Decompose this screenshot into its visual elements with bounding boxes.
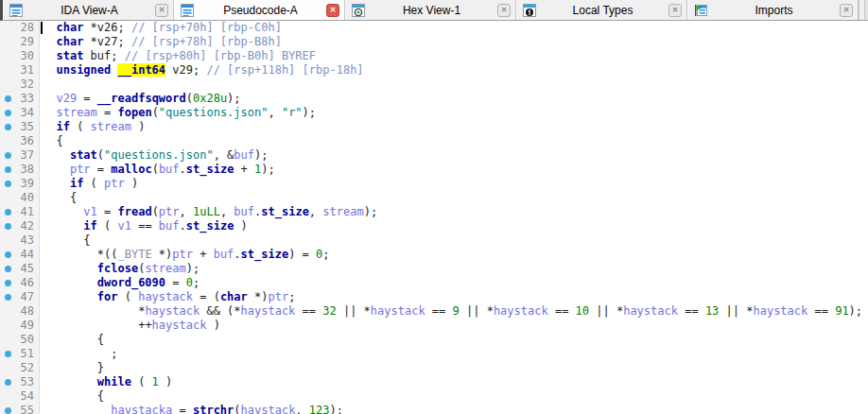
code-line[interactable]: 46 dword_6090 = 0;: [0, 276, 868, 290]
code-text: char *v26; // [rsp+70h] [rbp-C0h]: [40, 21, 282, 35]
token-kw: dword_6090: [97, 276, 165, 289]
line-gutter: 55: [0, 404, 40, 414]
code-line[interactable]: 34 stream = fopen("questions.json", "r")…: [0, 106, 868, 120]
code-line[interactable]: 38 ptr = malloc(buf.st_size + 1);: [0, 163, 868, 177]
code-line[interactable]: 47 for ( haystack = (char *)ptr;: [0, 290, 868, 304]
code-text: }: [40, 361, 104, 375]
line-gutter: 47: [0, 290, 40, 304]
tab-label: Hex View-1: [366, 4, 497, 17]
code-text: v29 = __readfsqword(0x28u);: [40, 92, 241, 106]
address-dot-icon: [5, 124, 11, 130]
token-pl: =: [172, 404, 193, 414]
address-dot-icon: [5, 266, 11, 272]
code-line[interactable]: 40 {: [0, 191, 868, 205]
code-line[interactable]: 45 fclose(stream);: [0, 262, 868, 276]
token-pl: .: [180, 219, 186, 233]
token-var: buf: [159, 163, 180, 176]
address-dot-icon: [5, 181, 11, 187]
line-number: 52: [0, 361, 39, 375]
token-pl: .: [180, 163, 186, 176]
code-text: ptr = malloc(buf.st_size + 1);: [40, 163, 275, 177]
tab-ida-view-a[interactable]: IDA View-A✕: [3, 0, 174, 21]
token-kw: if: [56, 120, 69, 133]
token-var: v29: [56, 92, 77, 105]
code-line[interactable]: 44 *((_BYTE *)ptr + buf.st_size) = 0;: [0, 248, 868, 262]
token-pl: .: [234, 248, 240, 261]
code-line[interactable]: 32: [0, 78, 868, 92]
code-line[interactable]: 43 {: [0, 233, 868, 248]
code-text: *haystack && (*haystack == 32 || *haysta…: [40, 304, 862, 319]
code-line[interactable]: 36 {: [0, 134, 868, 148]
address-dot-icon: [5, 379, 11, 386]
token-pl: && (*: [200, 304, 240, 318]
tab-local-types[interactable]: Local Types✕: [516, 0, 687, 21]
code-text: while ( 1 ): [40, 375, 172, 389]
code-line[interactable]: 42 if ( v1 == buf.st_size ): [0, 219, 868, 233]
code-line[interactable]: 31 unsigned __int64 v29; // [rsp+118h] […: [0, 63, 868, 78]
code-text: {: [40, 134, 63, 148]
code-line[interactable]: 29 char *v27; // [rsp+78h] [rbp-B8h]: [0, 35, 868, 49]
token-kw: if: [83, 219, 96, 233]
token-pl: }: [97, 361, 104, 374]
token-pl: (: [152, 163, 159, 176]
token-pl: =: [77, 92, 97, 105]
token-pl: *v27;: [83, 35, 131, 48]
code-line[interactable]: 53 while ( 1 ): [0, 375, 868, 389]
code-line[interactable]: 39 if ( ptr ): [0, 177, 868, 191]
tab-hex-view-1[interactable]: Hex View-1✕: [345, 0, 516, 21]
token-var: haystack: [371, 304, 425, 318]
code-line[interactable]: 41 v1 = fread(ptr, 1uLL, buf.st_size, st…: [0, 205, 868, 219]
token-pl: ,: [295, 404, 308, 414]
code-line[interactable]: 37 stat("questions.json", &buf);: [0, 148, 868, 163]
code-line[interactable]: 50 {: [0, 333, 868, 347]
code-line[interactable]: 55 haystacka = strchr(haystack, 123);: [0, 404, 868, 414]
code-line[interactable]: 52 }: [0, 361, 868, 375]
close-icon[interactable]: ✕: [497, 4, 511, 17]
token-pl: +: [234, 163, 254, 176]
address-dot-icon: [5, 223, 11, 230]
code-text: if ( stream ): [40, 120, 145, 134]
code-text: {: [40, 389, 104, 404]
token-kw: __readfsqword: [97, 92, 186, 105]
token-var: buf: [234, 148, 254, 162]
token-pl: || *: [589, 304, 623, 318]
token-pl: {: [97, 389, 104, 403]
code-line[interactable]: 28 char *v26; // [rsp+70h] [rbp-C0h]: [0, 21, 868, 35]
token-var: stream: [322, 205, 363, 218]
token-pl: );: [254, 148, 268, 162]
token-pl: ==: [678, 304, 705, 318]
code-line[interactable]: 33 v29 = __readfsqword(0x28u);: [0, 92, 868, 106]
line-number: 49: [0, 319, 39, 333]
token-var: ptr: [104, 177, 125, 190]
code-line[interactable]: 54 {: [0, 389, 868, 404]
code-line[interactable]: 49 ++haystack ): [0, 319, 868, 333]
code-line[interactable]: 30 stat buf; // [rsp+80h] [rbp-B0h] BYRE…: [0, 49, 868, 63]
token-pl: {: [70, 191, 77, 204]
close-icon[interactable]: ✕: [155, 4, 168, 17]
tab-label: Imports: [708, 4, 840, 17]
close-icon[interactable]: ✕: [326, 4, 339, 17]
token-var: ptr: [172, 248, 193, 261]
address-dot-icon: [5, 110, 11, 116]
token-pl: (: [117, 290, 138, 303]
close-icon[interactable]: ✕: [840, 4, 853, 17]
tab-pseudocode-a[interactable]: Pseudocode-A✕: [174, 0, 345, 21]
tab-partial[interactable]: [859, 0, 865, 21]
code-line[interactable]: 51 ;: [0, 347, 868, 361]
token-kw: stat: [56, 49, 83, 62]
token-num: 0x28u: [193, 92, 227, 105]
tab-imports[interactable]: Imports✕: [687, 0, 859, 21]
list-view-icon: [863, 3, 865, 18]
pseudocode-view[interactable]: 28 char *v26; // [rsp+70h] [rbp-C0h]29 c…: [0, 21, 868, 414]
token-pl: ,: [268, 106, 281, 119]
close-icon[interactable]: ✕: [668, 4, 682, 17]
line-gutter: 45: [0, 262, 40, 276]
tab-label: Local Types: [537, 4, 668, 17]
code-line[interactable]: 48 *haystack && (*haystack == 32 || *hay…: [0, 304, 868, 319]
token-kw: fopen: [118, 106, 152, 119]
token-pl: *v26;: [83, 21, 131, 34]
code-line[interactable]: 35 if ( stream ): [0, 120, 868, 134]
line-gutter: 33: [0, 92, 40, 106]
token-pl: ,: [220, 205, 234, 218]
code-text: {: [40, 333, 104, 347]
